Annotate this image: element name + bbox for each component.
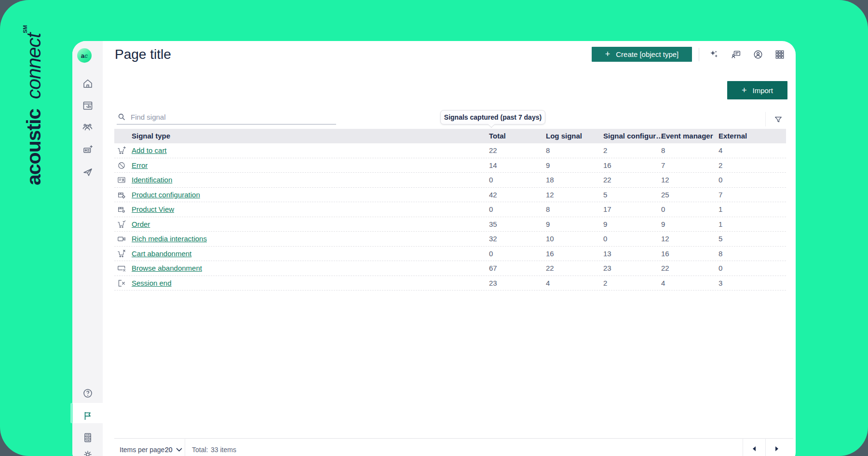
signal-link[interactable]: Identification: [132, 173, 172, 187]
cart-check-icon: [117, 220, 126, 229]
signal-link[interactable]: Error: [132, 158, 148, 173]
brand-logo: acoustic connectSM: [22, 25, 45, 185]
table-body: Add to cart 22 8 2 8 4 Error 14 9 16 7 2: [114, 143, 786, 290]
table-row: Product View 0 8 17 0 1: [114, 202, 786, 217]
sidebar-item-audience[interactable]: [80, 119, 96, 136]
cell-signal-config: 9: [603, 217, 607, 232]
cell-signal-config: 23: [603, 261, 611, 276]
table-row: Rich media interactions 32 10 0 12 5: [114, 232, 786, 247]
identification-icon: [117, 176, 126, 184]
sidebar: ac: [72, 41, 103, 456]
table-row: Session end 23 4 2 4 3: [114, 276, 786, 291]
cell-external: 0: [719, 261, 722, 276]
search-input[interactable]: [130, 112, 335, 122]
funnel-icon: [773, 115, 783, 124]
signal-link[interactable]: Order: [132, 217, 150, 232]
cell-external: 0: [719, 173, 722, 187]
tooltip-text: Signals captured (past 7 days): [444, 113, 542, 121]
page-title: Page title: [115, 47, 171, 62]
items-per-page-label: Items per page:: [120, 445, 166, 454]
cell-total: 67: [489, 261, 497, 276]
chevron-down-icon: [176, 448, 182, 452]
total-label: Total:: [192, 445, 208, 454]
cell-log-signal: 18: [546, 173, 554, 187]
sidebar-item-signals[interactable]: [80, 408, 96, 424]
cell-total: 14: [489, 158, 497, 173]
cell-external: 2: [719, 158, 722, 173]
cell-event-manager: 25: [661, 188, 669, 202]
cell-signal-config: 2: [603, 143, 607, 158]
forms-icon: [82, 432, 94, 443]
sidebar-item-content[interactable]: [80, 142, 96, 158]
sidebar-item-send[interactable]: [80, 164, 96, 180]
cell-total: 22: [489, 143, 497, 158]
cell-log-signal: 9: [546, 158, 550, 173]
session-end-icon: [117, 279, 126, 288]
user-circle-icon: [753, 49, 763, 60]
table-row: Cart abandonment 0 16 13 16 8: [114, 247, 786, 262]
cell-external: 8: [719, 247, 722, 261]
header-announcement-button[interactable]: [731, 49, 742, 60]
sidebar-item-help[interactable]: [80, 385, 96, 401]
header-apps-button[interactable]: [774, 49, 785, 60]
cell-log-signal: 12: [546, 188, 554, 202]
cell-log-signal: 10: [546, 232, 554, 246]
next-page-icon: [774, 446, 780, 452]
plus-icon: +: [742, 85, 747, 96]
table-row: Identification 0 18 22 12 0: [114, 173, 786, 188]
table-row: Error 14 9 16 7 2: [114, 158, 786, 173]
signal-link[interactable]: Product View: [132, 202, 174, 217]
header-account-button[interactable]: [753, 49, 763, 60]
cell-event-manager: 4: [661, 276, 665, 290]
previous-page-button[interactable]: [743, 438, 765, 456]
sidebar-item-settings[interactable]: [80, 446, 96, 456]
import-button[interactable]: + Import: [727, 81, 787, 99]
filter-button[interactable]: [773, 114, 784, 125]
cell-total: 32: [489, 232, 497, 246]
signal-link[interactable]: Session end: [132, 276, 172, 290]
signal-link[interactable]: Product configuration: [132, 188, 200, 202]
cell-signal-config: 0: [603, 232, 607, 246]
app-canvas: acoustic connectSM ac: [0, 0, 868, 456]
items-per-page-select[interactable]: 20: [165, 444, 190, 456]
browser-x-icon: [117, 264, 126, 273]
signal-link[interactable]: Browse abandonment: [132, 261, 202, 276]
col-signal-config: Signal configur…: [603, 129, 663, 143]
cell-log-signal: 4: [546, 276, 550, 290]
announcement-icon: [731, 49, 742, 60]
help-icon: [82, 387, 94, 399]
cell-event-manager: 16: [661, 247, 669, 261]
sidebar-item-home[interactable]: [80, 75, 96, 92]
sidebar-item-forms[interactable]: [80, 429, 96, 446]
cell-event-manager: 8: [661, 143, 665, 158]
signal-link[interactable]: Add to cart: [132, 143, 167, 158]
plus-icon: +: [605, 49, 610, 59]
cell-event-manager: 0: [661, 202, 665, 217]
total-value: 33 items: [211, 445, 236, 454]
signal-link[interactable]: Cart abandonment: [132, 247, 191, 261]
search-field: [117, 110, 336, 124]
flag-icon: [82, 410, 94, 422]
sparkle-icon: [709, 49, 719, 60]
create-button[interactable]: + Create [object type]: [592, 47, 692, 62]
search-icon: [118, 113, 126, 121]
cell-total: 0: [489, 247, 493, 261]
header-sparkle-button[interactable]: [709, 49, 719, 60]
avatar-letter-c: c: [84, 52, 88, 59]
cell-log-signal: 8: [546, 202, 550, 217]
settings-icon: [82, 449, 94, 456]
cell-event-manager: 9: [661, 217, 665, 232]
next-page-button[interactable]: [765, 438, 788, 456]
footer-divider: [114, 438, 793, 439]
app-grid-icon: [774, 49, 785, 60]
cell-log-signal: 8: [546, 143, 550, 158]
cell-external: 5: [719, 232, 722, 246]
cart-x-icon: [117, 249, 126, 258]
signal-link[interactable]: Rich media interactions: [132, 232, 207, 246]
account-avatar[interactable]: ac: [77, 48, 92, 63]
cell-signal-config: 16: [603, 158, 611, 173]
cell-signal-config: 2: [603, 276, 607, 290]
sidebar-item-dashboard[interactable]: [80, 97, 96, 114]
home-icon: [82, 78, 94, 89]
dashboard-icon: [82, 100, 94, 111]
